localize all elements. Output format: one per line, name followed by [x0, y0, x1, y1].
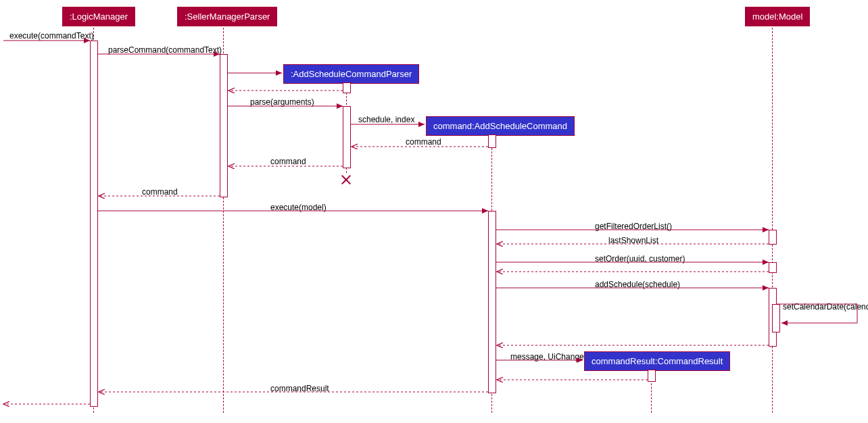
lifeline-model — [772, 24, 773, 413]
msg-message-uichange: message, UiChange — [510, 352, 584, 362]
activation-asc-create — [488, 134, 496, 148]
activation-model-setorder — [769, 262, 777, 273]
msg-execute-commandtext: execute(commandText) — [9, 31, 94, 41]
msg-command-3: command — [142, 187, 178, 197]
msg-execute-model: execute(model) — [270, 203, 327, 212]
participant-add-schedule-command-parser: :AddScheduleCommandParser — [283, 64, 419, 84]
msg-commandresult: commandResult — [270, 384, 329, 393]
participant-add-schedule-command: command:AddScheduleCommand — [426, 116, 575, 136]
activation-seller-manager-parser — [220, 54, 228, 197]
activation-ascp-parse — [343, 106, 351, 168]
participant-seller-manager-parser: :SellerManagerParser — [177, 7, 277, 26]
activation-asc-execute — [488, 211, 496, 393]
activation-logic-manager — [90, 41, 98, 407]
msg-command-1: command — [406, 137, 441, 147]
destroy-icon — [340, 173, 352, 185]
msg-getfilteredorderlist: getFilteredOrderList() — [595, 222, 672, 231]
msg-command-2: command — [270, 157, 306, 166]
activation-model-setcalendar — [772, 304, 780, 332]
activation-model-getfiltered — [769, 230, 777, 245]
participant-logic-manager: :LogicManager — [62, 7, 135, 26]
msg-parse-arguments: parse(arguments) — [250, 97, 314, 107]
activation-commandresult — [648, 370, 656, 382]
participant-command-result: commandResult:CommandResult — [584, 351, 730, 371]
msg-schedule-index: schedule, index — [358, 115, 414, 124]
msg-setcalendardate: setCalendarDate(calendar) — [783, 302, 868, 312]
msg-addschedule: addSchedule(schedule) — [595, 280, 680, 289]
msg-setorder: setOrder(uuid, customer) — [595, 254, 685, 264]
arrow-layer — [0, 0, 868, 423]
msg-lastshownlist: lastShownList — [608, 236, 658, 245]
activation-ascp-create — [343, 82, 351, 93]
participant-model: model:Model — [745, 7, 810, 26]
msg-parse-command: parseCommand(commandText) — [108, 45, 222, 55]
